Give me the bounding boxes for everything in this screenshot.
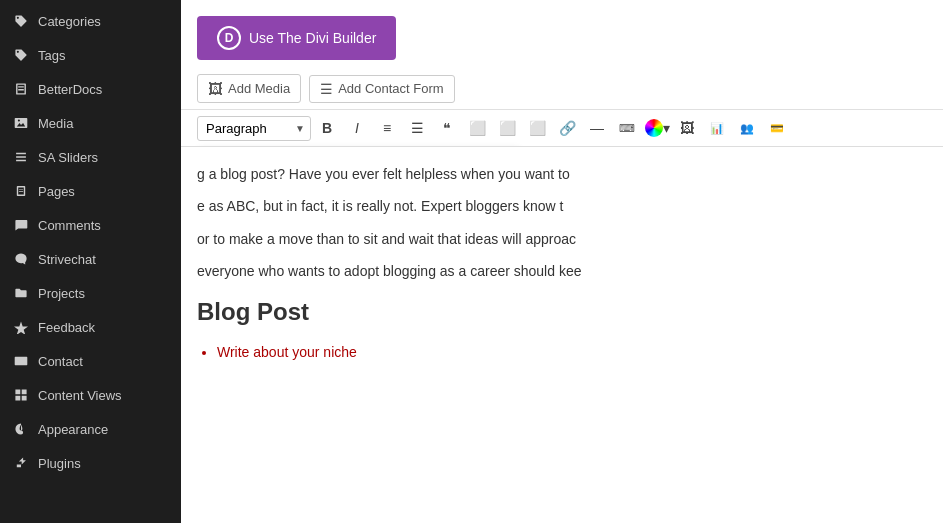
ordered-list-button[interactable]: ☰ [403,114,431,142]
sidebar-item-label: Categories [38,14,101,29]
sidebar-item-betterdocs[interactable]: BetterDocs [0,72,181,106]
comment-icon [12,216,30,234]
divi-button-label: Use The Divi Builder [249,30,376,46]
media-toolbar-row: 🖼 Add Media ☰ Add Contact Form [181,68,943,110]
sidebar-item-label: Feedback [38,320,95,335]
align-center-button[interactable]: ⬜ [493,114,521,142]
pages-icon [12,182,30,200]
add-media-icon: 🖼 [208,80,223,97]
users-button[interactable]: 👥 [733,114,761,142]
sidebar-item-sa-sliders[interactable]: SA Sliders [0,140,181,174]
editor-line-3: or to make a move than to sit and wait t… [197,228,927,250]
list-item-niche[interactable]: Write about your niche [217,341,927,363]
format-select-wrapper[interactable]: Paragraph Heading 1 Heading 2 Heading 3 … [197,116,311,141]
keyboard-button[interactable]: ⌨ [613,114,641,142]
add-contact-form-label: Add Contact Form [338,81,444,96]
sidebar-item-label: Plugins [38,456,81,471]
link-button[interactable]: 🔗 [553,114,581,142]
sidebar-item-label: Strivechat [38,252,96,267]
italic-button[interactable]: I [343,114,371,142]
format-dropdown: Paragraph (Shift+Alt+7) Heading 1 (Shift… [197,146,517,147]
chat-icon [12,250,30,268]
sidebar-item-tags[interactable]: Tags [0,38,181,72]
sidebar-item-plugins[interactable]: Plugins [0,446,181,480]
sliders-icon [12,148,30,166]
sidebar-item-appearance[interactable]: Appearance [0,412,181,446]
align-left-button[interactable]: ⬜ [463,114,491,142]
star-icon [12,318,30,336]
sidebar-item-label: BetterDocs [38,82,102,97]
divi-builder-button[interactable]: D Use The Divi Builder [197,16,396,60]
sidebar-item-label: Projects [38,286,85,301]
color-ring-icon [645,119,663,137]
horizontal-rule-button[interactable]: — [583,114,611,142]
editor-line-1: g a blog post? Have you ever felt helple… [197,163,927,185]
sidebar-item-contact[interactable]: Contact [0,344,181,378]
image-icon [12,114,30,132]
sidebar-item-categories[interactable]: Categories [0,4,181,38]
blockquote-button[interactable]: ❝ [433,114,461,142]
editor-list: Write about your niche [217,341,927,363]
sidebar-item-comments[interactable]: Comments [0,208,181,242]
editor-content-area[interactable]: g a blog post? Have you ever felt helple… [181,147,943,523]
add-contact-form-button[interactable]: ☰ Add Contact Form [309,75,455,103]
sidebar-item-projects[interactable]: Projects [0,276,181,310]
table-button[interactable]: 📊 [703,114,731,142]
sidebar-item-media[interactable]: Media [0,106,181,140]
unordered-list-button[interactable]: ≡ [373,114,401,142]
editor-line-2: e as ABC, but in fact, it is really not.… [197,195,927,217]
sidebar-item-feedback[interactable]: Feedback [0,310,181,344]
sidebar-item-strivechat[interactable]: Strivechat [0,242,181,276]
sidebar: Categories Tags BetterDocs Media SA Slid… [0,0,181,523]
editor-toolbar: Paragraph Heading 1 Heading 2 Heading 3 … [181,110,943,147]
main-content: D Use The Divi Builder 🖼 Add Media ☰ Add… [181,0,943,523]
add-media-button[interactable]: 🖼 Add Media [197,74,301,103]
folder-icon [12,284,30,302]
align-right-button[interactable]: ⬜ [523,114,551,142]
dropdown-item-paragraph[interactable]: Paragraph (Shift+Alt+7) [198,146,516,147]
bold-button[interactable]: B [313,114,341,142]
color-picker-button[interactable]: ▾ [643,114,671,142]
tag-icon [12,46,30,64]
divi-area: D Use The Divi Builder [181,0,943,68]
tag-icon [12,12,30,30]
sidebar-item-label: Tags [38,48,65,63]
sidebar-item-pages[interactable]: Pages [0,174,181,208]
sidebar-item-label: Media [38,116,73,131]
divi-circle-letter: D [217,26,241,50]
sidebar-item-label: Contact [38,354,83,369]
editor-line-4: everyone who wants to adopt blogging as … [197,260,927,282]
sidebar-item-label: Content Views [38,388,122,403]
sidebar-item-label: Appearance [38,422,108,437]
insert-image-button[interactable]: 🖼 [673,114,701,142]
book-icon [12,80,30,98]
sidebar-item-content-views[interactable]: Content Views [0,378,181,412]
sidebar-item-label: Comments [38,218,101,233]
card-button[interactable]: 💳 [763,114,791,142]
format-select[interactable]: Paragraph Heading 1 Heading 2 Heading 3 … [197,116,311,141]
paint-icon [12,420,30,438]
plugin-icon [12,454,30,472]
mail-icon [12,352,30,370]
sidebar-item-label: Pages [38,184,75,199]
grid-icon [12,386,30,404]
add-media-label: Add Media [228,81,290,96]
sidebar-item-label: SA Sliders [38,150,98,165]
blog-post-title: Blog Post [197,293,927,331]
contact-form-icon: ☰ [320,81,333,97]
